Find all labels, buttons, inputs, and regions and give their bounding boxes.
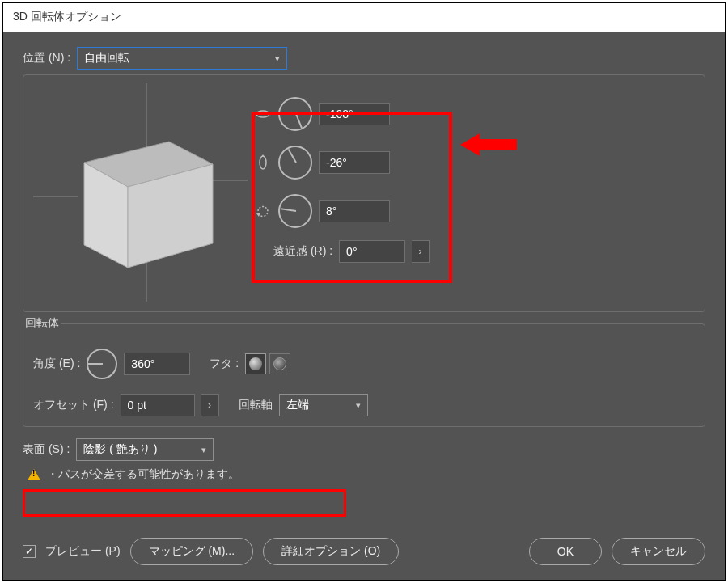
axis-label: 回転軸: [239, 398, 273, 412]
cap-on-button[interactable]: [245, 353, 266, 374]
axis-select[interactable]: 左端 ▾: [279, 394, 368, 416]
cancel-button[interactable]: キャンセル: [612, 538, 705, 565]
rotate-z-dial[interactable]: [278, 194, 312, 228]
revolve-legend: 回転体: [23, 316, 61, 331]
rotate-x-input[interactable]: -108°: [319, 103, 390, 125]
rotate-x-row: -108°: [254, 90, 436, 138]
svg-point-9: [260, 156, 266, 169]
more-options-button[interactable]: 詳細オプション (O): [263, 538, 399, 565]
rotate-y-value: -26°: [326, 156, 347, 169]
position-label: 位置 (N) :: [23, 51, 70, 65]
surface-label: 表面 (S) :: [23, 442, 70, 457]
rotation-panel: -108° -26°: [248, 83, 446, 271]
cap-off-button[interactable]: [269, 353, 290, 374]
perspective-row: 遠近感 (R) : 0° ›: [273, 240, 436, 263]
revolve-angle-row: 角度 (E) : 360° フタ :: [33, 349, 695, 379]
rotate-y-row: -26°: [254, 138, 436, 187]
rotate-y-input[interactable]: -26°: [319, 151, 390, 174]
angle-dial[interactable]: [87, 349, 117, 379]
position-select[interactable]: 自由回転 ▾: [77, 47, 287, 70]
cancel-label: キャンセル: [630, 544, 687, 559]
ok-label: OK: [557, 545, 574, 558]
rotate-z-input[interactable]: 8°: [319, 200, 390, 222]
angle-label: 角度 (E) :: [33, 357, 80, 371]
window-title: 3D 回転体オプション: [13, 10, 121, 23]
dialog-window: 3D 回転体オプション 位置 (N) : 自由回転 ▾: [2, 2, 726, 581]
surface-row: 表面 (S) : 陰影 ( 艶あり ) ▾: [23, 438, 705, 461]
annotation-box-warning: [23, 489, 346, 517]
warning-row: ・パスが交差する可能性があります。: [23, 464, 705, 485]
cube-svg: [33, 83, 248, 302]
position-value: 自由回転: [84, 51, 129, 65]
offset-row: オフセット (F) : 0 pt › 回転軸 左端 ▾: [33, 394, 695, 416]
rotate-x-value: -108°: [326, 108, 353, 120]
more-label: 詳細オプション (O): [281, 544, 380, 559]
perspective-value: 0°: [346, 245, 357, 258]
surface-value: 陰影 ( 艶あり ): [83, 442, 157, 457]
perspective-stepper[interactable]: ›: [412, 240, 430, 263]
preview-area: -108° -26°: [33, 83, 695, 302]
rotate-x-icon: [254, 105, 272, 123]
svg-marker-10: [261, 154, 265, 157]
chevron-down-icon: ▾: [356, 400, 361, 411]
dialog-content: 位置 (N) : 自由回転 ▾: [3, 32, 725, 580]
rotate-z-value: 8°: [326, 205, 336, 218]
warning-icon: [28, 469, 40, 480]
offset-stepper[interactable]: ›: [201, 394, 219, 416]
rotate-x-dial[interactable]: [278, 97, 312, 131]
dialog-footer: ✓ プレビュー (P) マッピング (M)... 詳細オプション (O) OK …: [23, 538, 705, 565]
title-bar: 3D 回転体オプション: [3, 3, 725, 32]
preview-checkbox[interactable]: ✓: [23, 545, 36, 558]
ok-button[interactable]: OK: [529, 538, 602, 565]
svg-marker-11: [256, 213, 260, 217]
cap-label: フタ :: [210, 357, 239, 371]
angle-input[interactable]: 360°: [124, 353, 190, 375]
preview-label: プレビュー (P): [45, 544, 121, 559]
revolve-group: 回転体 角度 (E) : 360° フタ : オフセット (F) : 0: [23, 323, 705, 427]
chevron-down-icon: ▾: [201, 445, 206, 455]
angle-value: 360°: [131, 357, 154, 370]
cube-preview[interactable]: [33, 83, 248, 302]
perspective-label: 遠近感 (R) :: [273, 244, 332, 259]
chevron-down-icon: ▾: [275, 53, 280, 64]
position-group: -108° -26°: [23, 74, 705, 312]
axis-value: 左端: [286, 398, 309, 412]
offset-value: 0 pt: [128, 399, 146, 412]
mapping-label: マッピング (M)...: [149, 544, 235, 559]
rotate-y-dial[interactable]: [278, 146, 312, 180]
cap-icons: [245, 353, 290, 374]
position-row: 位置 (N) : 自由回転 ▾: [23, 45, 705, 70]
rotate-z-row: 8°: [254, 187, 436, 235]
rotate-z-icon: [254, 202, 272, 220]
svg-marker-8: [255, 112, 257, 116]
rotate-y-icon: [254, 154, 272, 171]
offset-input[interactable]: 0 pt: [121, 394, 195, 416]
mapping-button[interactable]: マッピング (M)...: [130, 538, 254, 565]
warning-text: ・パスが交差する可能性があります。: [47, 467, 239, 482]
perspective-input[interactable]: 0°: [339, 240, 405, 263]
annotation-arrow: [463, 133, 517, 156]
surface-select[interactable]: 陰影 ( 艶あり ) ▾: [76, 438, 214, 461]
offset-label: オフセット (F) :: [33, 398, 114, 412]
svg-point-7: [256, 111, 269, 117]
